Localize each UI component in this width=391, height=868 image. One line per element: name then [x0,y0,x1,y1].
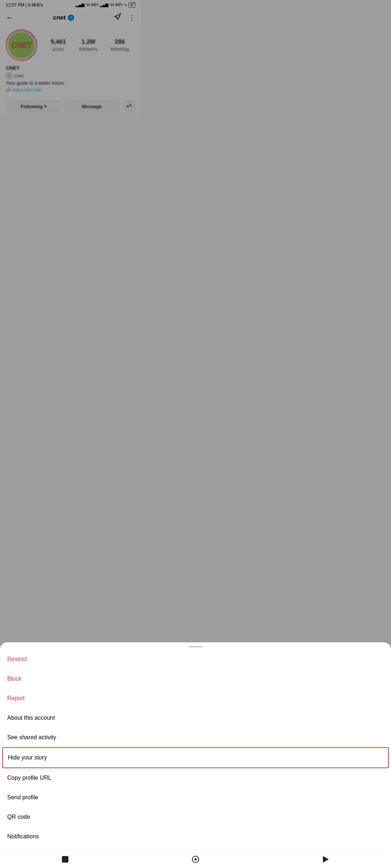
sheet-overlay[interactable] [0,0,141,311]
